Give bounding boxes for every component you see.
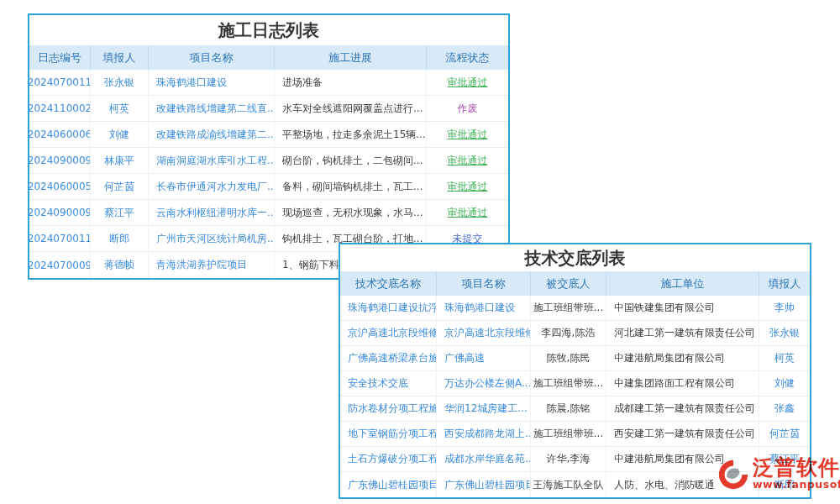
log-table-row[interactable]: 2024090009 蔡江平 云南水利枢纽潜明水库一... 现场巡查，无积水现象… — [29, 200, 508, 226]
disclosure-unit-cell: 河北建工第一建筑有限责任公司 — [606, 321, 759, 345]
log-progress-cell: 现场巡查，无积水现象，水马... — [275, 200, 427, 225]
disclosure-name-cell[interactable]: 地下室钢筋分项工程... — [340, 422, 437, 446]
disclosure-project-cell[interactable]: 广东佛山碧桂园项目 — [437, 472, 531, 497]
construction-log-panel: 施工日志列表 日志编号 填报人 项目名称 施工进展 流程状态 202407001… — [28, 13, 510, 280]
disclosure-table-row[interactable]: 安全技术交底 万达办公楼左侧A... 施工班组带班... 中建集团路面工程有限公… — [340, 371, 810, 396]
disclosure-name-cell[interactable]: 土石方爆破分项工程... — [340, 447, 437, 471]
disclosure-name-cell[interactable]: 珠海鹤港口建设抗浮... — [340, 296, 437, 320]
disclosure-table-row[interactable]: 广东佛山碧桂园项目... 广东佛山碧桂园项目 王海施工队全队 人防、水电、消防暖… — [340, 472, 810, 497]
disclosure-unit-cell: 中建港航局集团有限公司 — [606, 346, 759, 370]
log-reporter-cell[interactable]: 蔡江平 — [91, 200, 149, 225]
log-reporter-cell[interactable]: 柯英 — [91, 96, 149, 121]
disclosure-table-row[interactable]: 广佛高速桥梁承台施... 广佛高速 陈牧,陈民 中建港航局集团有限公司 柯英 — [340, 346, 810, 371]
disclosure-reporter-cell[interactable]: 张鑫 — [759, 396, 810, 421]
disclosure-table-row[interactable]: 防水卷材分项工程施... 华润12城房建工... 陈晨,陈铭 成都建工第一建筑有… — [340, 396, 810, 422]
log-progress-cell: 砌台阶，钩机排土，二包砌间... — [275, 148, 427, 173]
log-status-badge[interactable]: 审批通过 — [427, 70, 508, 95]
column-header-reporter: 填报人 — [91, 45, 149, 70]
log-id-cell[interactable]: 2024090009 — [29, 200, 91, 225]
log-status-badge[interactable]: 审批通过 — [427, 200, 508, 225]
disclosure-project-cell[interactable]: 珠海鹤港口建设 — [437, 296, 531, 320]
disclosure-name-cell[interactable]: 广佛高速桥梁承台施... — [340, 346, 437, 370]
disclosure-reporter-cell[interactable]: 断郎 — [759, 472, 810, 497]
disclosure-project-cell[interactable]: 华润12城房建工... — [437, 396, 531, 421]
disclosure-table-row[interactable]: 地下室钢筋分项工程... 西安成都路龙湖上... 施工班组带班... 西安建工第… — [340, 422, 810, 447]
disclosure-table-row[interactable]: 珠海鹤港口建设抗浮... 珠海鹤港口建设 施工班组带班... 中国铁建集团有限公… — [340, 296, 810, 321]
log-reporter-cell[interactable]: 何芷茵 — [91, 174, 149, 199]
disclosure-unit-cell: 成都建工第一建筑有限责任公司 — [606, 396, 759, 421]
disclosure-recipient-cell: 李四海,陈浩 — [531, 321, 606, 345]
technical-disclosure-panel: 技术交底列表 技术交底名称 项目名称 被交底人 施工单位 填报人 珠海鹤港口建设… — [339, 243, 811, 499]
log-project-cell[interactable]: 改建铁路成渝线增建第二... — [149, 122, 275, 147]
log-id-cell[interactable]: 2024070011 — [29, 226, 91, 251]
log-id-cell[interactable]: 2024060005 — [29, 174, 91, 199]
column-header-recipient: 被交底人 — [531, 271, 606, 296]
log-reporter-cell[interactable]: 蒋德帧 — [91, 252, 149, 278]
disclosure-recipient-cell: 陈晨,陈铭 — [531, 396, 606, 421]
log-reporter-cell[interactable]: 刘健 — [91, 122, 149, 147]
disclosure-reporter-cell[interactable]: 何芷茵 — [759, 422, 810, 446]
disclosure-reporter-cell[interactable]: 张永银 — [759, 321, 810, 345]
construction-log-title: 施工日志列表 — [29, 15, 508, 45]
column-header-disclosure-name: 技术交底名称 — [340, 271, 437, 296]
log-project-cell[interactable]: 改建铁路线增建第二线直... — [149, 96, 275, 121]
technical-disclosure-title: 技术交底列表 — [340, 244, 810, 271]
column-header-progress: 施工进展 — [275, 45, 427, 70]
disclosure-project-cell[interactable]: 西安成都路龙湖上... — [437, 422, 531, 446]
log-id-cell[interactable]: 2024070009 — [29, 252, 91, 278]
log-table-row[interactable]: 2024090009 林康平 湖南洞庭湖水库引水工程... 砌台阶，钩机排土，二… — [29, 148, 508, 174]
disclosure-project-cell[interactable]: 万达办公楼左侧A... — [437, 371, 531, 396]
log-progress-cell: 进场准备 — [275, 70, 427, 95]
log-reporter-cell[interactable]: 张永银 — [91, 70, 149, 95]
log-id-cell[interactable]: 2024060006 — [29, 122, 91, 147]
disclosure-project-cell[interactable]: 广佛高速 — [437, 346, 531, 370]
log-id-cell[interactable]: 2024090009 — [29, 148, 91, 173]
disclosure-unit-cell: 中建港航局集团有限公司 — [606, 447, 759, 471]
column-header-reporter: 填报人 — [759, 271, 810, 296]
disclosure-reporter-cell[interactable]: 刘健 — [759, 371, 810, 396]
log-project-cell[interactable]: 珠海鹤港口建设 — [149, 70, 275, 95]
log-id-cell[interactable]: 2024070011 — [29, 70, 91, 95]
disclosure-name-cell[interactable]: 京沪高速北京段维修... — [340, 321, 437, 345]
disclosure-reporter-cell[interactable]: 蔡江平 — [759, 447, 810, 471]
disclosure-name-cell[interactable]: 广东佛山碧桂园项目... — [340, 472, 437, 497]
log-status-badge[interactable]: 作废 — [427, 96, 508, 121]
log-reporter-cell[interactable]: 断郎 — [91, 226, 149, 251]
disclosure-table-row[interactable]: 京沪高速北京段维修... 京沪高速北京段维修 李四海,陈浩 河北建工第一建筑有限… — [340, 321, 810, 346]
log-reporter-cell[interactable]: 林康平 — [91, 148, 149, 173]
disclosure-recipient-cell: 许华,李海 — [531, 447, 606, 471]
log-table-row[interactable]: 2024110002 柯英 改建铁路线增建第二线直... 水车对全线遮阳网覆盖点… — [29, 96, 508, 122]
column-header-log-id: 日志编号 — [29, 45, 91, 70]
log-project-cell[interactable]: 云南水利枢纽潜明水库一... — [149, 200, 275, 225]
disclosure-reporter-cell[interactable]: 李帅 — [759, 296, 810, 320]
disclosure-unit-cell: 西安建工第一建筑有限责任公司 — [606, 422, 759, 446]
log-status-badge[interactable]: 审批通过 — [427, 174, 508, 199]
log-progress-cell: 备料，砌间墙钩机排土，瓦工... — [275, 174, 427, 199]
log-table-row[interactable]: 2024060006 刘健 改建铁路成渝线增建第二... 平整场地，拉走多余泥土… — [29, 122, 508, 148]
column-header-project: 项目名称 — [149, 45, 275, 70]
log-project-cell[interactable]: 广州市天河区统计局机房... — [149, 226, 275, 251]
log-table-row[interactable]: 2024070011 张永银 珠海鹤港口建设 进场准备 审批通过 — [29, 70, 508, 96]
disclosure-name-cell[interactable]: 防水卷材分项工程施... — [340, 396, 437, 421]
log-project-cell[interactable]: 长春市伊通河水力发电厂... — [149, 174, 275, 199]
column-header-project: 项目名称 — [437, 271, 531, 296]
log-table-row[interactable]: 2024060005 何芷茵 长春市伊通河水力发电厂... 备料，砌间墙钩机排土… — [29, 174, 508, 200]
disclosure-recipient-cell: 王海施工队全队 — [531, 472, 606, 497]
disclosure-reporter-cell[interactable]: 柯英 — [759, 346, 810, 370]
disclosure-name-cell[interactable]: 安全技术交底 — [340, 371, 437, 396]
log-project-cell[interactable]: 青海洪湖养护院项目 — [149, 252, 275, 278]
log-status-badge[interactable]: 审批通过 — [427, 148, 508, 173]
disclosure-project-cell[interactable]: 成都水岸华庭名苑... — [437, 447, 531, 471]
log-project-cell[interactable]: 湖南洞庭湖水库引水工程... — [149, 148, 275, 173]
disclosure-recipient-cell: 施工班组带班... — [531, 296, 606, 320]
column-header-construction-unit: 施工单位 — [606, 271, 759, 296]
disclosure-project-cell[interactable]: 京沪高速北京段维修 — [437, 321, 531, 345]
log-status-badge[interactable]: 审批通过 — [427, 122, 508, 147]
log-id-cell[interactable]: 2024110002 — [29, 96, 91, 121]
construction-log-header-row: 日志编号 填报人 项目名称 施工进展 流程状态 — [29, 45, 508, 70]
disclosure-unit-cell: 中建集团路面工程有限公司 — [606, 371, 759, 396]
disclosure-recipient-cell: 陈牧,陈民 — [531, 346, 606, 370]
disclosure-unit-cell: 中国铁建集团有限公司 — [606, 296, 759, 320]
disclosure-table-row[interactable]: 土石方爆破分项工程... 成都水岸华庭名苑... 许华,李海 中建港航局集团有限… — [340, 447, 810, 472]
log-progress-cell: 水车对全线遮阳网覆盖点进行... — [275, 96, 427, 121]
